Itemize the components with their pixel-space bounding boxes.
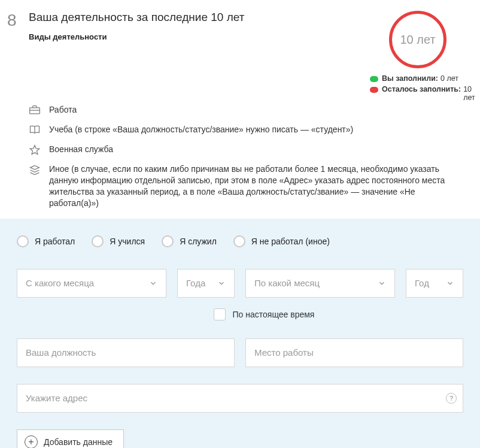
activity-military-label: Военная служба (49, 144, 113, 155)
chevron-down-icon (217, 279, 226, 287)
dot-green-icon (370, 76, 378, 82)
activity-other-label: Иное (в случае, если по каким либо причи… (49, 164, 466, 209)
radio-worked[interactable]: Я работал (17, 235, 75, 247)
help-icon[interactable]: ? (446, 393, 457, 404)
book-icon (29, 125, 41, 135)
radio-studied-label: Я учился (110, 237, 145, 246)
chevron-down-icon (446, 279, 454, 287)
progress-filled-value: 0 лет (440, 74, 458, 83)
present-checkbox-label: По настоящее время (233, 310, 315, 319)
progress-remain-label: Осталось заполнить: (382, 85, 461, 93)
radio-served-label: Я служил (180, 237, 217, 246)
radio-icon (17, 235, 29, 247)
progress-remain-value: 10 лет (463, 85, 475, 102)
star-icon (29, 144, 41, 155)
chevron-down-icon (149, 279, 157, 287)
workplace-placeholder: Место работы (254, 347, 314, 358)
month-to-select[interactable]: По какой месяц (245, 269, 395, 298)
add-button-label: Добавить данные (44, 437, 113, 447)
address-placeholder: Укажите адрес (26, 393, 87, 403)
progress-filled-label: Вы заполнили: (382, 74, 438, 83)
section-subtitle: Виды деятельности (29, 32, 365, 41)
year-from-placeholder: Года (186, 278, 205, 288)
present-checkbox[interactable] (214, 308, 226, 320)
month-from-select[interactable]: С какого месяца (17, 269, 166, 298)
step-number: 8 (7, 11, 29, 30)
years-progress-circle: 10 лет (389, 11, 446, 68)
dot-red-icon (370, 87, 378, 93)
radio-worked-label: Я работал (35, 237, 75, 246)
radio-none[interactable]: Я не работал (иное) (233, 235, 330, 247)
radio-icon (162, 235, 174, 247)
chevron-down-icon (378, 279, 386, 287)
radio-icon (92, 235, 104, 247)
add-data-button[interactable]: + Добавить данные (17, 429, 124, 448)
year-to-placeholder: Год (415, 278, 429, 288)
radio-studied[interactable]: Я учился (92, 235, 145, 247)
radio-icon (233, 235, 245, 247)
progress-remaining: Осталось заполнить: 10 лет (370, 85, 466, 102)
year-from-select[interactable]: Года (177, 269, 235, 298)
position-input[interactable]: Ваша должность (17, 338, 235, 367)
layers-icon (29, 164, 41, 175)
activity-work-label: Работа (49, 104, 77, 116)
activity-form-panel: Я работал Я учился Я служил Я не работал… (0, 219, 480, 448)
circle-text: 10 лет (400, 33, 435, 47)
progress-filled: Вы заполнили: 0 лет (370, 74, 466, 83)
position-placeholder: Ваша должность (26, 347, 96, 358)
year-to-select[interactable]: Год (406, 269, 463, 298)
radio-none-label: Я не работал (иное) (251, 237, 330, 246)
briefcase-icon (29, 105, 41, 116)
svg-rect-0 (30, 108, 40, 114)
plus-circle-icon: + (25, 435, 38, 448)
activity-study-label: Учеба (в строке «Ваша должность/статус/з… (49, 124, 353, 135)
radio-served[interactable]: Я служил (162, 235, 217, 247)
workplace-input[interactable]: Место работы (245, 338, 463, 367)
month-to-placeholder: По какой месяц (254, 278, 320, 288)
section-title: Ваша деятельность за последние 10 лет (29, 11, 365, 24)
address-input[interactable]: Укажите адрес ? (17, 384, 463, 413)
month-from-placeholder: С какого месяца (26, 278, 94, 288)
